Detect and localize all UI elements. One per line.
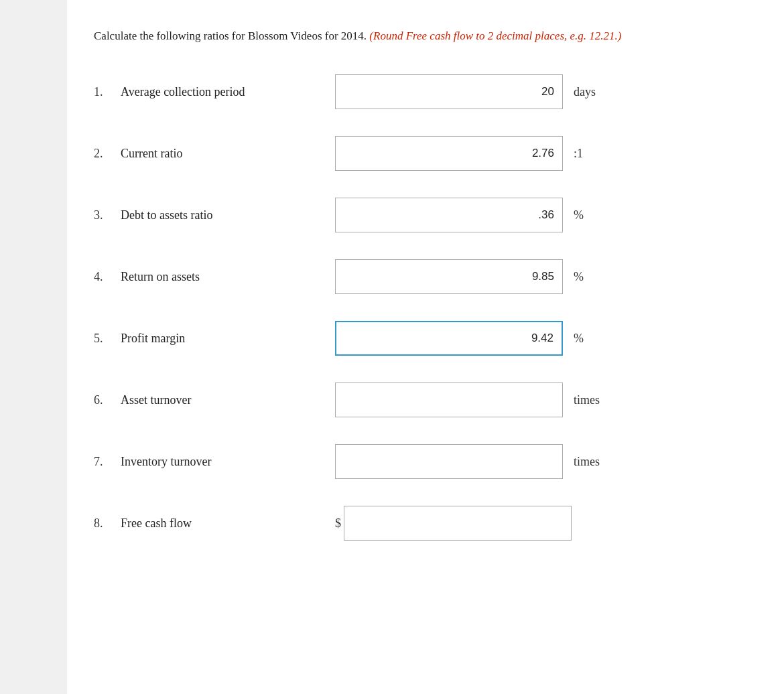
ratio-unit: times <box>574 455 607 469</box>
ratio-number: 7. <box>94 455 121 469</box>
ratio-number: 2. <box>94 147 121 161</box>
input-avg-collection[interactable] <box>335 74 563 109</box>
input-profit-margin[interactable] <box>335 321 563 356</box>
ratio-item: 1.Average collection perioddays <box>94 72 757 112</box>
ratio-item: 3.Debt to assets ratio% <box>94 195 757 235</box>
ratio-unit: :1 <box>574 147 607 161</box>
ratio-unit: % <box>574 208 607 222</box>
ratio-item: 7.Inventory turnovertimes <box>94 441 757 482</box>
ratio-label: Free cash flow <box>121 516 335 531</box>
ratio-unit: % <box>574 270 607 284</box>
input-free-cash-flow[interactable] <box>344 506 572 541</box>
input-current-ratio[interactable] <box>335 136 563 171</box>
ratio-number: 8. <box>94 516 121 531</box>
ratio-unit: % <box>574 332 607 346</box>
ratio-item: 2.Current ratio:1 <box>94 133 757 174</box>
ratio-number: 1. <box>94 85 121 99</box>
ratio-unit: days <box>574 85 607 99</box>
ratio-list: 1.Average collection perioddays2.Current… <box>94 72 757 543</box>
ratio-unit: times <box>574 393 607 407</box>
ratio-label: Return on assets <box>121 270 335 284</box>
instructions-text: Calculate the following ratios for Bloss… <box>94 27 757 45</box>
dollar-sign: $ <box>335 516 341 531</box>
instructions-normal: Calculate the following ratios for Bloss… <box>94 29 369 42</box>
ratio-label: Current ratio <box>121 147 335 161</box>
ratio-item: 8.Free cash flow$ <box>94 503 757 543</box>
ratio-label: Asset turnover <box>121 393 335 407</box>
ratio-label: Average collection period <box>121 85 335 99</box>
ratio-item: 4.Return on assets% <box>94 257 757 297</box>
input-inventory-turnover[interactable] <box>335 444 563 479</box>
ratio-label: Debt to assets ratio <box>121 208 335 222</box>
input-debt-assets[interactable] <box>335 198 563 232</box>
page-container: Calculate the following ratios for Bloss… <box>67 0 784 694</box>
ratio-item: 5.Profit margin% <box>94 318 757 358</box>
ratio-label: Inventory turnover <box>121 455 335 469</box>
instructions-red: (Round Free cash flow to 2 decimal place… <box>369 29 621 42</box>
ratio-number: 6. <box>94 393 121 407</box>
input-return-assets[interactable] <box>335 259 563 294</box>
ratio-label: Profit margin <box>121 332 335 346</box>
ratio-number: 4. <box>94 270 121 284</box>
ratio-number: 3. <box>94 208 121 222</box>
ratio-item: 6.Asset turnovertimes <box>94 380 757 420</box>
ratio-number: 5. <box>94 332 121 346</box>
input-asset-turnover[interactable] <box>335 383 563 417</box>
